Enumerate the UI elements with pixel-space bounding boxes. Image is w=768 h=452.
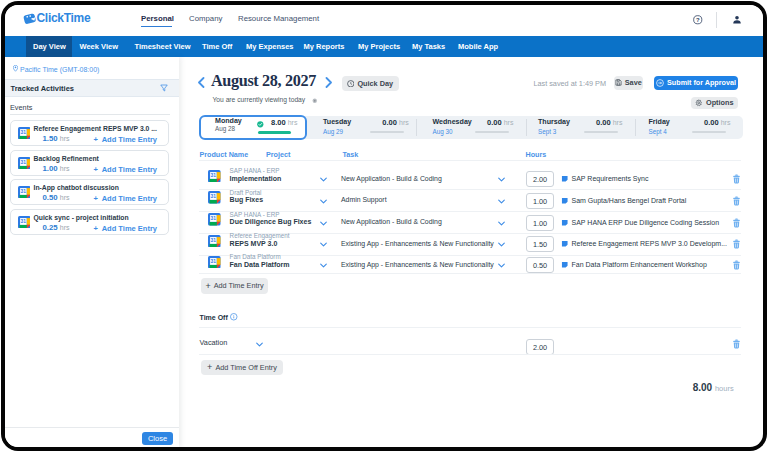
svg-text:31: 31 — [211, 216, 217, 221]
svg-text:31: 31 — [211, 194, 217, 199]
svg-text:31: 31 — [20, 130, 26, 135]
svg-text:31: 31 — [211, 238, 217, 243]
svg-text:31: 31 — [211, 173, 217, 178]
svg-text:31: 31 — [20, 219, 26, 224]
svg-text:31: 31 — [20, 160, 26, 165]
svg-text:31: 31 — [20, 189, 26, 194]
svg-text:31: 31 — [211, 259, 217, 264]
